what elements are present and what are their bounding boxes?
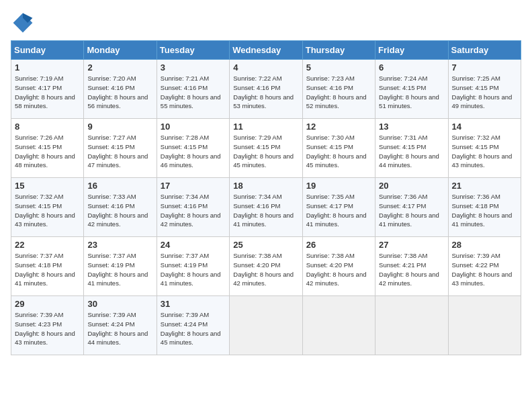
- calendar-day: 2Sunrise: 7:20 AM Sunset: 4:16 PM Daylig…: [84, 60, 157, 119]
- calendar-day: 12Sunrise: 7:30 AM Sunset: 4:15 PM Dayli…: [302, 119, 375, 178]
- calendar-day: 31Sunrise: 7:39 AM Sunset: 4:24 PM Dayli…: [157, 296, 229, 355]
- day-info: Sunrise: 7:38 AM Sunset: 4:20 PM Dayligh…: [306, 251, 371, 288]
- day-info: Sunrise: 7:21 AM Sunset: 4:16 PM Dayligh…: [161, 74, 226, 111]
- calendar-day: 11Sunrise: 7:29 AM Sunset: 4:15 PM Dayli…: [230, 119, 302, 178]
- calendar-day: 1Sunrise: 7:19 AM Sunset: 4:17 PM Daylig…: [11, 60, 84, 119]
- day-number: 2: [87, 62, 152, 73]
- header-day: Sunday: [11, 41, 84, 60]
- day-info: Sunrise: 7:22 AM Sunset: 4:16 PM Dayligh…: [233, 74, 298, 111]
- calendar-day: 25Sunrise: 7:38 AM Sunset: 4:20 PM Dayli…: [230, 237, 302, 296]
- calendar-week: 15Sunrise: 7:32 AM Sunset: 4:15 PM Dayli…: [11, 178, 521, 237]
- day-number: 12: [306, 122, 371, 132]
- header-day: Wednesday: [230, 41, 302, 60]
- calendar-day: 6Sunrise: 7:24 AM Sunset: 4:15 PM Daylig…: [375, 60, 448, 119]
- calendar-day: [230, 296, 302, 355]
- day-number: 22: [15, 240, 80, 250]
- header-day: Friday: [375, 41, 448, 60]
- day-info: Sunrise: 7:20 AM Sunset: 4:16 PM Dayligh…: [87, 74, 152, 111]
- day-number: 8: [15, 122, 80, 132]
- calendar-day: 14Sunrise: 7:32 AM Sunset: 4:15 PM Dayli…: [448, 119, 521, 178]
- day-number: 7: [452, 62, 517, 73]
- day-info: Sunrise: 7:33 AM Sunset: 4:16 PM Dayligh…: [87, 192, 152, 229]
- day-number: 19: [306, 181, 371, 191]
- logo: [11, 11, 39, 35]
- calendar-day: 21Sunrise: 7:36 AM Sunset: 4:18 PM Dayli…: [448, 178, 521, 237]
- day-info: Sunrise: 7:31 AM Sunset: 4:15 PM Dayligh…: [379, 133, 444, 170]
- calendar-table: SundayMondayTuesdayWednesdayThursdayFrid…: [11, 40, 521, 355]
- day-info: Sunrise: 7:27 AM Sunset: 4:15 PM Dayligh…: [87, 133, 152, 170]
- header-day: Saturday: [448, 41, 521, 60]
- calendar-day: 24Sunrise: 7:37 AM Sunset: 4:19 PM Dayli…: [157, 237, 229, 296]
- calendar-day: 19Sunrise: 7:35 AM Sunset: 4:17 PM Dayli…: [302, 178, 375, 237]
- day-number: 15: [15, 181, 80, 191]
- header-day: Thursday: [302, 41, 375, 60]
- day-info: Sunrise: 7:29 AM Sunset: 4:15 PM Dayligh…: [233, 133, 298, 170]
- calendar-day: 9Sunrise: 7:27 AM Sunset: 4:15 PM Daylig…: [84, 119, 157, 178]
- day-info: Sunrise: 7:39 AM Sunset: 4:22 PM Dayligh…: [452, 251, 517, 288]
- calendar-day: 17Sunrise: 7:34 AM Sunset: 4:16 PM Dayli…: [157, 178, 229, 237]
- day-number: 5: [306, 62, 371, 73]
- day-number: 28: [452, 240, 517, 250]
- day-number: 30: [87, 299, 152, 309]
- day-info: Sunrise: 7:37 AM Sunset: 4:18 PM Dayligh…: [15, 251, 80, 288]
- calendar-day: 7Sunrise: 7:25 AM Sunset: 4:15 PM Daylig…: [448, 60, 521, 119]
- day-number: 25: [233, 240, 298, 250]
- day-number: 3: [161, 62, 226, 73]
- logo-icon: [11, 11, 35, 35]
- day-number: 31: [161, 299, 226, 309]
- header-day: Tuesday: [157, 41, 229, 60]
- day-info: Sunrise: 7:28 AM Sunset: 4:15 PM Dayligh…: [161, 133, 226, 170]
- day-info: Sunrise: 7:34 AM Sunset: 4:16 PM Dayligh…: [161, 192, 226, 229]
- day-number: 17: [161, 181, 226, 191]
- calendar-day: 18Sunrise: 7:34 AM Sunset: 4:16 PM Dayli…: [230, 178, 302, 237]
- calendar-day: 4Sunrise: 7:22 AM Sunset: 4:16 PM Daylig…: [230, 60, 302, 119]
- calendar-week: 22Sunrise: 7:37 AM Sunset: 4:18 PM Dayli…: [11, 237, 521, 296]
- day-number: 14: [452, 122, 517, 132]
- calendar-week: 1Sunrise: 7:19 AM Sunset: 4:17 PM Daylig…: [11, 60, 521, 119]
- day-number: 26: [306, 240, 371, 250]
- calendar-day: 27Sunrise: 7:38 AM Sunset: 4:21 PM Dayli…: [375, 237, 448, 296]
- calendar-day: 29Sunrise: 7:39 AM Sunset: 4:23 PM Dayli…: [11, 296, 84, 355]
- day-info: Sunrise: 7:37 AM Sunset: 4:19 PM Dayligh…: [161, 251, 226, 288]
- day-number: 21: [452, 181, 517, 191]
- day-number: 4: [233, 62, 298, 73]
- day-info: Sunrise: 7:32 AM Sunset: 4:15 PM Dayligh…: [452, 133, 517, 170]
- day-info: Sunrise: 7:32 AM Sunset: 4:15 PM Dayligh…: [15, 192, 80, 229]
- calendar-day: 23Sunrise: 7:37 AM Sunset: 4:19 PM Dayli…: [84, 237, 157, 296]
- calendar-day: 20Sunrise: 7:36 AM Sunset: 4:17 PM Dayli…: [375, 178, 448, 237]
- calendar-day: [302, 296, 375, 355]
- calendar-day: 15Sunrise: 7:32 AM Sunset: 4:15 PM Dayli…: [11, 178, 84, 237]
- calendar-day: [375, 296, 448, 355]
- day-number: 6: [379, 62, 444, 73]
- day-number: 29: [15, 299, 80, 309]
- day-number: 27: [379, 240, 444, 250]
- calendar-day: 3Sunrise: 7:21 AM Sunset: 4:16 PM Daylig…: [157, 60, 229, 119]
- calendar-day: [448, 296, 521, 355]
- day-number: 24: [161, 240, 226, 250]
- day-number: 18: [233, 181, 298, 191]
- day-info: Sunrise: 7:39 AM Sunset: 4:24 PM Dayligh…: [161, 310, 226, 347]
- calendar-day: 28Sunrise: 7:39 AM Sunset: 4:22 PM Dayli…: [448, 237, 521, 296]
- day-info: Sunrise: 7:39 AM Sunset: 4:24 PM Dayligh…: [87, 310, 152, 347]
- day-number: 23: [87, 240, 152, 250]
- header-row: SundayMondayTuesdayWednesdayThursdayFrid…: [11, 41, 521, 60]
- day-info: Sunrise: 7:26 AM Sunset: 4:15 PM Dayligh…: [15, 133, 80, 170]
- day-number: 9: [87, 122, 152, 132]
- day-number: 11: [233, 122, 298, 132]
- day-number: 10: [161, 122, 226, 132]
- calendar-day: 26Sunrise: 7:38 AM Sunset: 4:20 PM Dayli…: [302, 237, 375, 296]
- calendar-day: 30Sunrise: 7:39 AM Sunset: 4:24 PM Dayli…: [84, 296, 157, 355]
- day-info: Sunrise: 7:25 AM Sunset: 4:15 PM Dayligh…: [452, 74, 517, 111]
- day-info: Sunrise: 7:30 AM Sunset: 4:15 PM Dayligh…: [306, 133, 371, 170]
- header-day: Monday: [84, 41, 157, 60]
- day-info: Sunrise: 7:35 AM Sunset: 4:17 PM Dayligh…: [306, 192, 371, 229]
- day-info: Sunrise: 7:37 AM Sunset: 4:19 PM Dayligh…: [87, 251, 152, 288]
- calendar-day: 16Sunrise: 7:33 AM Sunset: 4:16 PM Dayli…: [84, 178, 157, 237]
- day-info: Sunrise: 7:19 AM Sunset: 4:17 PM Dayligh…: [15, 74, 80, 111]
- calendar-week: 29Sunrise: 7:39 AM Sunset: 4:23 PM Dayli…: [11, 296, 521, 355]
- page-header: [11, 11, 521, 35]
- calendar-week: 8Sunrise: 7:26 AM Sunset: 4:15 PM Daylig…: [11, 119, 521, 178]
- day-info: Sunrise: 7:36 AM Sunset: 4:18 PM Dayligh…: [452, 192, 517, 229]
- day-number: 13: [379, 122, 444, 132]
- day-number: 20: [379, 181, 444, 191]
